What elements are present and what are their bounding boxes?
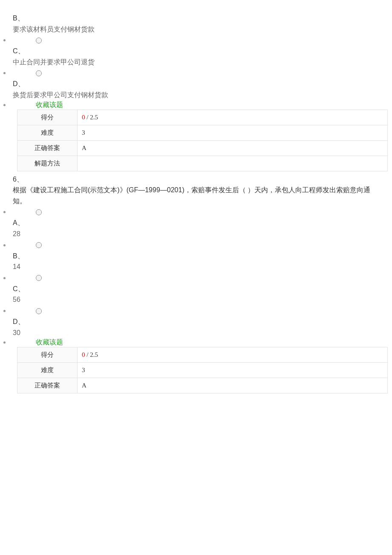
option-a-block: A、 28: [13, 217, 379, 239]
row-score: 得分 0 / 2.5: [17, 110, 388, 125]
difficulty-label: 难度: [17, 363, 78, 378]
favorite-item-q5: 收藏该题: [10, 101, 379, 110]
method-value: [78, 156, 388, 171]
option-d-radio-item: [10, 307, 379, 315]
question-number: 6、: [13, 176, 23, 183]
row-answer: 正确答案 A: [17, 378, 388, 393]
radio-icon[interactable]: [36, 209, 42, 215]
question-6: 6、 根据《建设工程施工合同(示范文本)》(GF—1999—0201)，索赔事件…: [13, 174, 379, 207]
option-c-label: C、: [13, 46, 379, 57]
radio-icon[interactable]: [36, 308, 42, 314]
difficulty-value: 3: [78, 125, 388, 140]
option-c-radio-item: [10, 36, 379, 44]
option-b-label: B、: [13, 13, 379, 24]
option-b-text: 14: [13, 261, 379, 272]
radio-icon[interactable]: [36, 70, 42, 76]
favorite-item-q6: 收藏该题: [10, 338, 379, 347]
score-label: 得分: [17, 110, 78, 125]
row-difficulty: 难度 3: [17, 125, 388, 140]
favorite-link[interactable]: 收藏该题: [36, 338, 63, 346]
answer-label: 正确答案: [17, 378, 78, 393]
question-stem: 根据《建设工程施工合同(示范文本)》(GF—1999—0201)，索赔事件发生后…: [13, 186, 370, 205]
radio-icon[interactable]: [36, 242, 42, 248]
favorite-link[interactable]: 收藏该题: [36, 101, 63, 108]
row-score: 得分 0 / 2.5: [17, 347, 388, 363]
method-label: 解题方法: [17, 156, 78, 171]
score-total: 2.5: [90, 351, 98, 358]
option-b-label: B、: [13, 251, 379, 262]
row-answer: 正确答案 A: [17, 140, 388, 156]
option-c-text: 56: [13, 294, 379, 305]
score-got: 0: [82, 114, 85, 121]
option-c-text: 中止合同并要求甲公司退货: [13, 57, 379, 68]
answer-value: A: [78, 140, 388, 156]
option-d-text: 30: [13, 327, 379, 338]
option-a-radio-item: [10, 208, 379, 216]
option-b-radio-item: [10, 241, 379, 249]
score-got: 0: [82, 351, 85, 358]
option-d-label: D、: [13, 78, 379, 90]
radio-icon[interactable]: [36, 275, 42, 281]
option-c-label: C、: [13, 283, 379, 295]
option-d-label: D、: [13, 316, 379, 327]
row-method: 解题方法: [17, 156, 388, 171]
info-table-q5: 得分 0 / 2.5 难度 3 正确答案 A 解题方法: [17, 110, 388, 171]
radio-icon[interactable]: [36, 38, 42, 43]
answer-value: A: [78, 378, 388, 393]
option-d-radio-item: [10, 69, 379, 77]
score-sep: /: [85, 351, 90, 358]
score-total: 2.5: [90, 114, 98, 121]
option-a-label: A、: [13, 217, 379, 228]
option-d-block: D、 换货后要求甲公司支付钢材货款: [13, 78, 379, 100]
option-b-block: B、 要求该材料员支付钢材货款: [13, 13, 379, 35]
row-difficulty: 难度 3: [17, 363, 388, 378]
difficulty-label: 难度: [17, 125, 78, 140]
info-table-q6: 得分 0 / 2.5 难度 3 正确答案 A: [17, 347, 388, 393]
option-b-text: 要求该材料员支付钢材货款: [13, 24, 379, 35]
score-label: 得分: [17, 347, 78, 363]
option-d-text: 换货后要求甲公司支付钢材货款: [13, 90, 379, 101]
option-b-block: B、 14: [13, 251, 379, 272]
option-a-text: 28: [13, 228, 379, 240]
score-value: 0 / 2.5: [78, 110, 388, 125]
answer-label: 正确答案: [17, 140, 78, 156]
option-c-radio-item: [10, 274, 379, 282]
score-sep: /: [85, 114, 90, 121]
score-value: 0 / 2.5: [78, 347, 388, 363]
difficulty-value: 3: [78, 363, 388, 378]
option-d-block: D、 30: [13, 316, 379, 338]
option-c-block: C、 56: [13, 283, 379, 305]
option-c-block: C、 中止合同并要求甲公司退货: [13, 46, 379, 67]
